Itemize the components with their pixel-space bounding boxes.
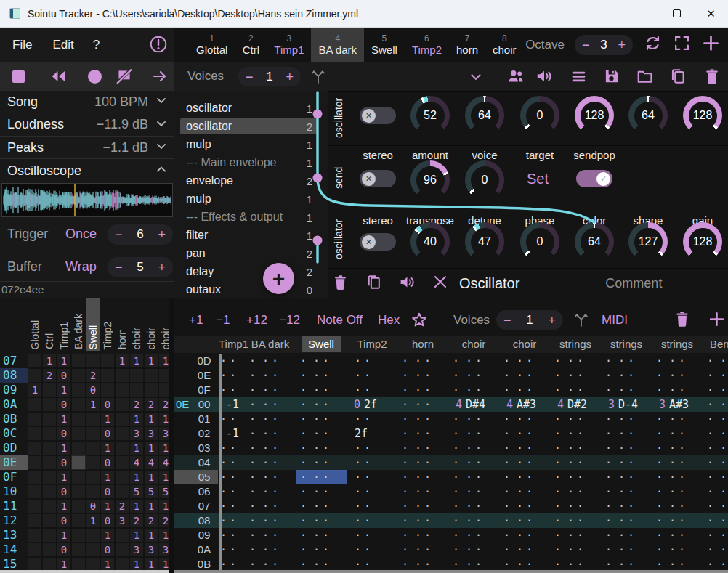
track-tab-glottal[interactable]: 1Glottal xyxy=(189,28,235,62)
note-cell[interactable]: ··· xyxy=(601,441,652,455)
note-cell[interactable]: ··· xyxy=(448,412,499,426)
delete-unit-icon[interactable] xyxy=(331,273,349,294)
note-cell[interactable]: ··· xyxy=(601,455,652,470)
order-column-header-choir[interactable]: choir xyxy=(158,298,169,351)
knob[interactable]: 128 xyxy=(575,96,614,135)
note-cell[interactable]: ··· xyxy=(448,354,499,368)
order-column-header-Glottal[interactable]: Glottal xyxy=(28,298,42,351)
order-cell[interactable] xyxy=(71,383,86,397)
note-cell[interactable]: ··· xyxy=(652,513,703,528)
order-cell[interactable] xyxy=(71,528,86,542)
order-cell[interactable] xyxy=(28,354,42,368)
order-cell[interactable]: 1 xyxy=(57,354,71,368)
trigger-plus-button[interactable]: + xyxy=(158,228,166,241)
order-cell[interactable]: 3 xyxy=(129,426,144,441)
order-cell[interactable] xyxy=(28,484,42,499)
note-cell[interactable]: ··· xyxy=(397,354,448,368)
add-track-icon[interactable] xyxy=(708,310,726,331)
order-cell[interactable] xyxy=(115,484,129,499)
note-cell[interactable]: ··· xyxy=(397,528,448,542)
disable-unit-icon[interactable] xyxy=(432,273,449,293)
order-cell[interactable] xyxy=(71,542,86,557)
note-cell[interactable]: ··· xyxy=(550,368,601,383)
order-cell[interactable] xyxy=(42,455,57,470)
order-cell[interactable]: 3 xyxy=(158,426,169,441)
note-cell[interactable]: ··· xyxy=(703,470,728,484)
note-cell[interactable]: ··· xyxy=(652,542,703,557)
track-tab-ctrl[interactable]: 2Ctrl xyxy=(235,28,267,62)
note-voices-plus-button[interactable]: + xyxy=(548,314,556,327)
note-cell[interactable]: ··· xyxy=(601,557,652,572)
order-cell[interactable] xyxy=(71,412,86,426)
chevron-down-icon[interactable] xyxy=(154,139,170,156)
note-cell[interactable]: ··· xyxy=(550,383,601,397)
order-cell[interactable]: 1 xyxy=(158,470,169,484)
order-cell[interactable] xyxy=(42,426,57,441)
order-cell[interactable]: 0 xyxy=(100,513,115,528)
speaker-icon[interactable] xyxy=(535,67,554,89)
note-cell[interactable]: ··· xyxy=(245,426,296,441)
save-icon[interactable] xyxy=(602,67,621,89)
order-column-header-Timp2[interactable]: Timp2 xyxy=(100,298,115,351)
order-cell[interactable] xyxy=(115,412,129,426)
order-cell[interactable]: 2 xyxy=(129,397,144,412)
order-row-number[interactable]: 0E xyxy=(0,455,28,470)
order-cell[interactable] xyxy=(42,412,57,426)
menu-edit[interactable]: Edit xyxy=(52,38,73,52)
note-cell[interactable]: ··· xyxy=(601,354,652,368)
note-track-header-strings[interactable]: strings xyxy=(550,336,601,352)
note-cell[interactable]: ·· xyxy=(222,484,245,499)
chevron-down-icon[interactable] xyxy=(154,116,170,134)
order-cell[interactable]: 0 xyxy=(100,397,115,412)
note-cell[interactable]: ·· xyxy=(347,354,397,368)
note-cell[interactable]: ··· xyxy=(245,513,296,528)
alert-icon[interactable] xyxy=(149,35,168,54)
order-cell[interactable]: 2 xyxy=(158,513,169,528)
order-cell[interactable]: 1 xyxy=(100,441,115,455)
step-forward-icon[interactable] xyxy=(151,68,169,88)
knob[interactable]: 96 xyxy=(410,160,450,200)
note-cell[interactable]: ··· xyxy=(296,528,347,542)
trigger-minus-button[interactable]: − xyxy=(115,228,123,241)
note-cell[interactable]: 4D#2 xyxy=(550,397,601,412)
order-cell[interactable] xyxy=(71,470,86,484)
order-cell[interactable] xyxy=(71,455,86,470)
order-cell[interactable]: 1 xyxy=(57,441,71,455)
note-cell[interactable]: ··· xyxy=(652,528,703,542)
minimize-button[interactable]: – xyxy=(626,0,660,28)
order-hscrollbar[interactable] xyxy=(0,570,169,573)
order-cell[interactable] xyxy=(28,499,42,513)
set-target-button[interactable]: Set xyxy=(527,171,549,187)
order-cell[interactable]: 1 xyxy=(158,441,169,455)
note-cell[interactable]: 02f xyxy=(347,397,397,412)
note-cell[interactable]: ··· xyxy=(550,441,601,455)
order-cell[interactable] xyxy=(28,557,42,572)
order-row-number[interactable]: 07 xyxy=(0,354,28,368)
order-column-header-choir[interactable]: choir xyxy=(129,298,144,351)
toggle-off[interactable]: ✕ xyxy=(360,170,396,187)
chevron-down-icon[interactable] xyxy=(468,69,484,88)
order-cell[interactable] xyxy=(71,557,86,572)
note-cell[interactable]: -1 xyxy=(222,426,245,441)
order-cell[interactable] xyxy=(115,426,129,441)
note-track-header-bentstr[interactable]: BentStr xyxy=(703,336,728,352)
order-cell[interactable] xyxy=(86,455,100,470)
stop-icon[interactable] xyxy=(12,70,25,83)
track-tab-horn[interactable]: 7horn xyxy=(449,28,485,62)
note-cell[interactable]: ·· xyxy=(347,513,397,528)
note-cell[interactable]: ·· xyxy=(222,557,245,572)
note-cell[interactable]: ··· xyxy=(245,412,296,426)
buffer-stepper[interactable]: − 5 + xyxy=(108,257,173,277)
unit-item[interactable]: mulp1 xyxy=(180,191,318,207)
loop-icon[interactable] xyxy=(643,33,663,56)
order-cell[interactable]: 0 xyxy=(57,513,71,528)
note-cell[interactable]: ··· xyxy=(448,484,499,499)
chevron-down-icon[interactable] xyxy=(154,93,170,110)
order-cell[interactable]: 2 xyxy=(86,368,100,383)
note-cell[interactable]: ··· xyxy=(652,412,703,426)
order-cell[interactable] xyxy=(115,397,129,412)
note-cell[interactable]: ·· xyxy=(347,542,397,557)
order-row-number[interactable]: 11 xyxy=(0,499,28,513)
note-cell[interactable]: ·· xyxy=(222,441,245,455)
note-cell[interactable]: ··· xyxy=(550,354,601,368)
